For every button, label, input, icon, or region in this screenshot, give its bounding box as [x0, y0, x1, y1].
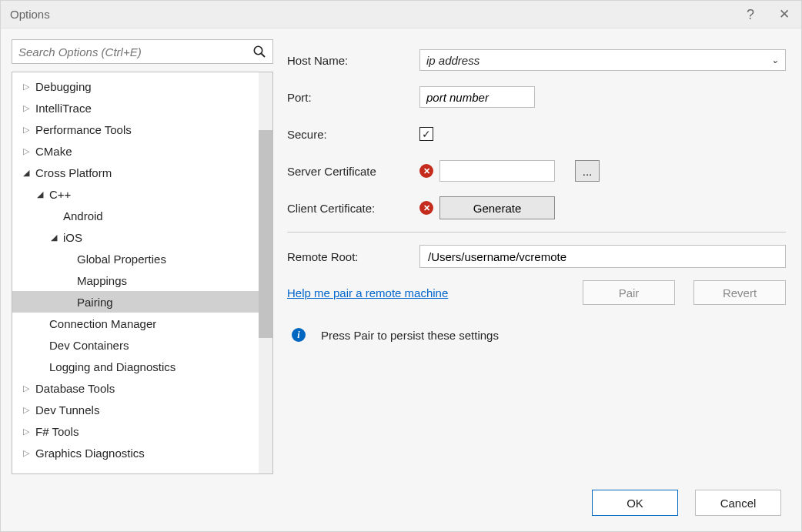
svg-line-1 — [262, 54, 266, 58]
settings-panel: Host Name: ip address ⌄ Port: Secure: ✓ … — [287, 39, 790, 474]
tree-item[interactable]: ▷F# Tools — [12, 420, 272, 442]
tree-item-label: Pairing — [77, 296, 113, 309]
error-icon — [419, 164, 433, 178]
port-input[interactable] — [419, 86, 535, 108]
expand-icon[interactable]: ▷ — [23, 146, 32, 156]
left-panel: ▷Debugging▷IntelliTrace▷Performance Tool… — [12, 39, 273, 474]
chevron-down-icon: ⌄ — [771, 55, 779, 65]
collapse-icon[interactable]: ◢ — [51, 233, 60, 243]
tree-item-label: Dev Containers — [49, 339, 129, 352]
generate-button[interactable]: Generate — [439, 196, 555, 219]
search-box[interactable] — [12, 39, 273, 64]
info-icon — [292, 328, 306, 342]
server-cert-label: Server Certificate — [287, 165, 413, 178]
tree-item[interactable]: Connection Manager — [12, 313, 272, 334]
tree-item[interactable]: ▷CMake — [12, 140, 272, 162]
expand-icon[interactable]: ▷ — [23, 383, 32, 393]
info-text: Press Pair to persist these settings — [321, 329, 499, 342]
collapse-icon[interactable]: ◢ — [37, 189, 46, 199]
tree-item[interactable]: ▷Dev Tunnels — [12, 399, 272, 420]
tree-item-label: Dev Tunnels — [35, 403, 99, 417]
tree-item[interactable]: ◢iOS — [12, 226, 272, 248]
tree-item[interactable]: Android — [12, 205, 272, 226]
tree-item[interactable]: ▷Database Tools — [12, 377, 272, 399]
tree-item-label: Global Properties — [77, 253, 166, 266]
hostname-value: ip address — [426, 54, 480, 67]
window-title: Options — [10, 8, 50, 21]
remote-root-input[interactable] — [419, 245, 786, 268]
ok-button[interactable]: OK — [592, 490, 678, 516]
tree-item-label: CMake — [35, 145, 72, 158]
divider — [287, 232, 786, 233]
tree-item[interactable]: Dev Containers — [12, 334, 272, 356]
pair-button[interactable]: Pair — [583, 280, 675, 305]
browse-button[interactable]: ... — [575, 160, 600, 182]
error-icon — [419, 201, 433, 215]
tree-item-label: Cross Platform — [35, 166, 112, 179]
close-icon[interactable] — [775, 5, 794, 24]
hostname-label: Host Name: — [287, 54, 413, 67]
pair-help-link[interactable]: Help me pair a remote machine — [287, 286, 448, 299]
port-label: Port: — [287, 91, 413, 104]
tree-item[interactable]: ▷Performance Tools — [12, 119, 272, 140]
tree-item-label: Connection Manager — [49, 317, 156, 330]
expand-icon[interactable]: ▷ — [23, 125, 32, 135]
scrollbar-thumb[interactable] — [259, 130, 272, 338]
expand-icon[interactable]: ▷ — [23, 103, 32, 113]
collapse-icon[interactable]: ◢ — [23, 168, 32, 178]
tree-item[interactable]: ▷Debugging — [12, 75, 272, 97]
cancel-button[interactable]: Cancel — [695, 490, 781, 516]
tree-item[interactable]: ▷IntelliTrace — [12, 97, 272, 119]
tree-item-label: iOS — [63, 231, 82, 244]
tree-item[interactable]: ◢Cross Platform — [12, 162, 272, 183]
titlebar: Options — [1, 1, 801, 28]
expand-icon[interactable]: ▷ — [23, 82, 32, 92]
revert-button[interactable]: Revert — [693, 280, 786, 305]
tree-item-label: Android — [63, 209, 103, 223]
expand-icon[interactable]: ▷ — [23, 448, 32, 458]
tree-item[interactable]: ▷Graphics Diagnostics — [12, 442, 272, 463]
tree-item-label: Logging and Diagnostics — [49, 360, 175, 373]
remote-root-label: Remote Root: — [287, 250, 413, 263]
tree-item-label: IntelliTrace — [35, 102, 92, 115]
dialog-footer: OK Cancel — [1, 474, 801, 531]
tree-item[interactable]: Global Properties — [12, 248, 272, 269]
tree-item[interactable]: Logging and Diagnostics — [12, 356, 272, 377]
tree-item-label: Performance Tools — [35, 123, 132, 136]
tree-item-label: Debugging — [35, 80, 92, 93]
server-cert-input[interactable] — [439, 160, 555, 182]
secure-checkbox[interactable]: ✓ — [419, 127, 433, 141]
tree-item[interactable]: Pairing — [12, 291, 272, 313]
hostname-select[interactable]: ip address ⌄ — [419, 49, 786, 71]
search-input[interactable] — [12, 45, 246, 59]
expand-icon[interactable]: ▷ — [23, 427, 32, 437]
tree-item-label: Database Tools — [35, 382, 115, 395]
help-icon[interactable] — [741, 5, 760, 24]
tree-item[interactable]: Mappings — [12, 269, 272, 291]
options-tree[interactable]: ▷Debugging▷IntelliTrace▷Performance Tool… — [12, 72, 273, 474]
search-icon[interactable] — [246, 45, 272, 59]
tree-item-label: Mappings — [77, 274, 127, 287]
tree-item-label: C++ — [49, 188, 71, 201]
client-cert-label: Client Certificate: — [287, 202, 413, 215]
secure-label: Secure: — [287, 128, 413, 141]
svg-point-0 — [254, 46, 262, 54]
tree-item-label: F# Tools — [35, 425, 79, 438]
expand-icon[interactable]: ▷ — [23, 405, 32, 415]
tree-item-label: Graphics Diagnostics — [35, 447, 145, 460]
scrollbar-track[interactable] — [259, 72, 272, 473]
tree-item[interactable]: ◢C++ — [12, 183, 272, 205]
